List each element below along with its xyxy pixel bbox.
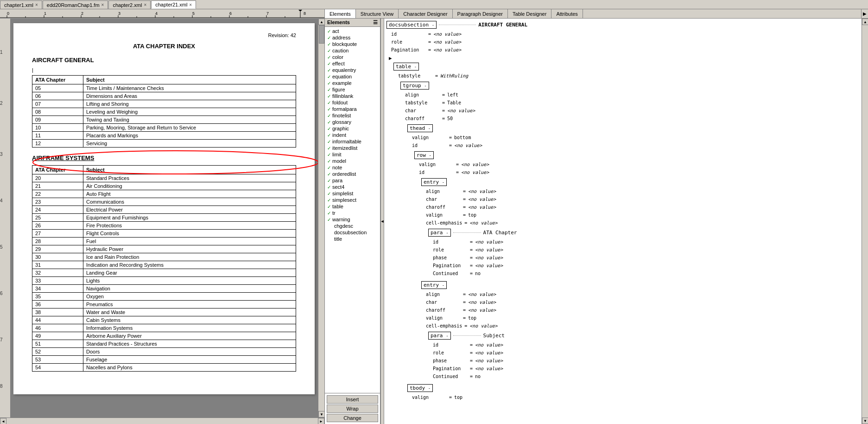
element-caution[interactable]: ✓ caution xyxy=(326,47,379,54)
table-node[interactable]: table - xyxy=(393,63,419,71)
tab-chapter2[interactable]: chapter2.xml × xyxy=(108,0,151,9)
dotted-connector xyxy=(439,25,476,25)
scroll-right-button[interactable]: ► xyxy=(318,418,324,424)
insert-button[interactable]: Insert xyxy=(327,395,378,404)
element-chgdesc[interactable]: chgdesc xyxy=(326,223,379,229)
vertical-scrollbar[interactable]: ▲ ▼ xyxy=(318,19,324,418)
section2-title: AIRFRAME SYSTEMS xyxy=(32,154,296,161)
panel-divider[interactable]: ◄ xyxy=(380,19,384,424)
tab-elements[interactable]: Elements xyxy=(325,9,356,18)
element-example[interactable]: ✓ example xyxy=(326,80,379,86)
scroll-thumb[interactable] xyxy=(319,25,324,44)
element-glossary[interactable]: ✓ glossary xyxy=(326,119,379,125)
panel-collapse-button[interactable]: ▶ xyxy=(862,9,868,18)
tbody-node[interactable]: tbody - xyxy=(407,384,433,392)
tab-attributes[interactable]: Attributes xyxy=(551,9,583,18)
element-note[interactable]: ✓ note xyxy=(326,164,379,171)
row-node[interactable]: row - xyxy=(414,151,434,159)
docsubsection-node[interactable]: docsubsection - xyxy=(386,21,437,29)
element-sect4[interactable]: ✓ sect4 xyxy=(326,184,379,190)
element-informaltable[interactable]: ✓ informaltable xyxy=(326,138,379,145)
element-docsubsection[interactable]: docsubsection xyxy=(326,229,379,236)
table-row: 24Electrical Power xyxy=(32,206,296,214)
check-icon: ✓ xyxy=(327,211,331,216)
element-model[interactable]: ✓ model xyxy=(326,158,379,164)
elements-list[interactable]: ✓ act ✓ address ✓ blockquote ✓ caution xyxy=(325,27,380,393)
thead-node[interactable]: thead - xyxy=(407,124,433,132)
element-equalentry[interactable]: ✓ equalentry xyxy=(326,67,379,73)
element-color[interactable]: ✓ color xyxy=(326,54,379,60)
table-row: 38Water and Waste xyxy=(32,308,296,316)
close-icon[interactable]: × xyxy=(101,2,104,7)
rpanel-scroll-up[interactable]: ▲ xyxy=(862,19,868,25)
change-button[interactable]: Change xyxy=(327,414,378,422)
table-row: 54Nacelles and Pylons xyxy=(32,364,296,372)
element-indent[interactable]: ✓ indent xyxy=(326,132,379,138)
element-equation[interactable]: ✓ equation xyxy=(326,73,379,80)
h-scroll-track[interactable] xyxy=(6,418,318,424)
element-formalpara[interactable]: ✓ formalpara xyxy=(326,106,379,112)
entry1-node[interactable]: entry - xyxy=(421,178,447,186)
element-finotelist[interactable]: ✓ finotelist xyxy=(326,112,379,119)
scroll-track[interactable] xyxy=(318,25,324,411)
right-panel-scrollbar[interactable]: ▲ ▼ xyxy=(862,19,868,424)
element-blockquote[interactable]: ✓ blockquote xyxy=(326,41,379,47)
element-simplelist[interactable]: ✓ simplelist xyxy=(326,190,379,197)
element-title[interactable]: title xyxy=(326,236,379,242)
element-effect[interactable]: ✓ effect xyxy=(326,60,379,67)
para2-node[interactable]: para - xyxy=(428,332,451,340)
tab-paragraph-designer[interactable]: Paragraph Designer xyxy=(453,9,508,18)
svg-text:1: 1 xyxy=(44,11,46,16)
element-para[interactable]: ✓ para xyxy=(326,177,379,184)
structure-view-panel[interactable]: docsubsection - AIRCRAFT GENERAL id=<no … xyxy=(384,19,862,424)
section1-title: AIRCRAFT GENERAL xyxy=(32,57,296,64)
tab-chapter1[interactable]: chapter1.xml × xyxy=(0,0,42,9)
close-icon[interactable]: × xyxy=(35,2,38,7)
element-orderedlist[interactable]: ✓ orderedlist xyxy=(326,171,379,177)
elements-panel: Elements ☰ ✓ act ✓ address ✓ blockquote xyxy=(325,19,380,424)
para1-props: id=<no value> role=<no value> phase=<no … xyxy=(433,238,859,277)
tab-structure-view[interactable]: Structure View xyxy=(356,9,399,18)
element-foldout[interactable]: ✓ foldout xyxy=(326,99,379,106)
element-graphic[interactable]: ✓ graphic xyxy=(326,125,379,132)
element-tr[interactable]: ✓ tr xyxy=(326,210,379,216)
check-icon: ✓ xyxy=(327,120,331,125)
scroll-left-button[interactable]: ◄ xyxy=(0,418,6,424)
tab-character-designer[interactable]: Character Designer xyxy=(399,9,452,18)
tgroup-node[interactable]: tgroup - xyxy=(400,82,429,90)
tab-edd20[interactable]: edd20RomanChap1.fm × xyxy=(43,0,108,9)
scroll-down-button[interactable]: ▼ xyxy=(318,411,324,418)
element-act[interactable]: ✓ act xyxy=(326,28,379,34)
close-icon[interactable]: × xyxy=(144,2,146,7)
entry2-node[interactable]: entry - xyxy=(421,281,447,289)
revision-label: Revision: xyxy=(268,32,289,38)
element-table[interactable]: ✓ table xyxy=(326,203,379,210)
document-container[interactable]: Revision: 42 ATA CHAPTER INDEX AIRCRAFT … xyxy=(10,19,318,418)
element-address[interactable]: ✓ address xyxy=(326,34,379,41)
wrap-button[interactable]: Wrap xyxy=(327,405,378,413)
rpanel-scroll-track[interactable] xyxy=(862,25,868,418)
para2-title: Subject xyxy=(483,333,505,339)
element-label: warning xyxy=(332,217,350,222)
elements-menu-icon[interactable]: ☰ xyxy=(373,19,378,26)
horizontal-scrollbar[interactable]: ◄ ► xyxy=(0,418,324,424)
rpanel-scroll-down[interactable]: ▼ xyxy=(862,418,868,424)
scroll-up-button[interactable]: ▲ xyxy=(318,19,324,25)
close-icon[interactable]: × xyxy=(189,2,192,7)
element-figure[interactable]: ✓ figure xyxy=(326,86,379,93)
element-limit[interactable]: ✓ limit xyxy=(326,151,379,158)
doc-scroll-area[interactable]: 1 2 3 4 5 6 7 8 9 Revision: 42 ATA CHAPT… xyxy=(0,19,324,418)
element-fillinblank[interactable]: ✓ fillinblank xyxy=(326,93,379,99)
element-label: equalentry xyxy=(332,67,356,73)
tab-table-designer[interactable]: Table Designer xyxy=(508,9,551,18)
table-row: 07Lifting and Shoring xyxy=(32,100,296,108)
table-row: 29Hydraulic Power xyxy=(32,245,296,253)
row-props: valign=<no value> id=<no value> xyxy=(419,161,859,176)
element-simplesect[interactable]: ✓ simplesect xyxy=(326,197,379,203)
element-warning[interactable]: ✓ warning xyxy=(326,216,379,223)
entry1-props: align=<no value> char=<no value> charoff… xyxy=(426,187,859,227)
tab-chapter21[interactable]: chapter21.xml × xyxy=(151,0,196,9)
row-subtree: row - valign=<no value> id=<no value> e xyxy=(414,151,859,380)
element-itemizedlist[interactable]: ✓ itemizedlist xyxy=(326,145,379,151)
para1-node[interactable]: para - xyxy=(428,229,451,237)
